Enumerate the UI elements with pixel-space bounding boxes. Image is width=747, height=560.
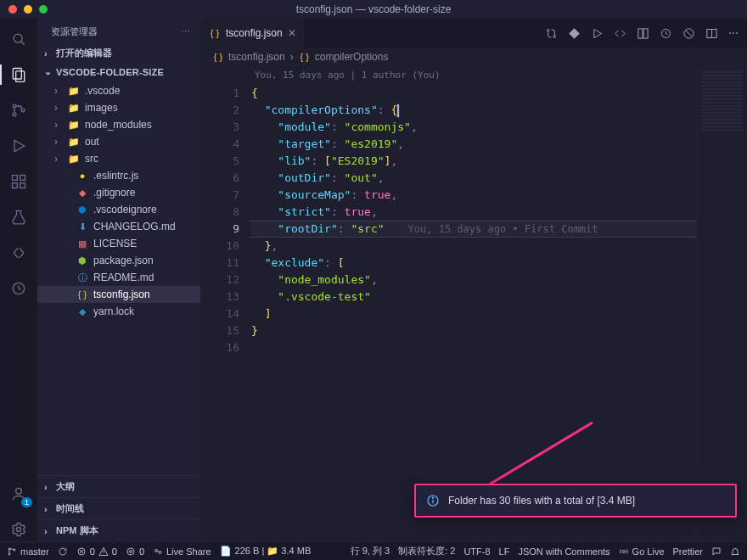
open-editors-section[interactable]: › 打开的编辑器	[37, 43, 200, 63]
tree-item-label: src	[85, 153, 98, 165]
tree-item-label: README.md	[93, 272, 154, 283]
json-icon: { }	[212, 51, 224, 63]
tab-tsconfig[interactable]: { } tsconfig.json ✕	[200, 19, 306, 48]
split-editor-icon[interactable]	[705, 27, 718, 40]
file-tree-item[interactable]: ›📁src	[37, 150, 200, 167]
account-icon[interactable]: 1	[7, 482, 31, 506]
open-editors-label: 打开的编辑器	[56, 47, 112, 59]
svg-point-17	[553, 36, 556, 38]
tree-item-label: .vscodeignore	[93, 204, 157, 216]
file-tree-item[interactable]: ⬢.vscodeignore	[37, 201, 200, 218]
file-icon: 📄	[220, 546, 232, 557]
sidebar-more-icon[interactable]: ⋯	[181, 26, 190, 37]
project-section[interactable]: ⌄ VSCODE-FOLDER-SIZE	[37, 63, 200, 81]
file-tree-item[interactable]: ›📁.vscode	[37, 82, 200, 99]
settings-gear-icon[interactable]	[7, 518, 31, 541]
svg-point-41	[622, 550, 625, 552]
info-icon	[426, 494, 440, 507]
tree-item-label: yarn.lock	[93, 305, 134, 317]
file-tree-item[interactable]: ◆.gitignore	[37, 184, 200, 201]
window-close-button[interactable]	[8, 5, 17, 14]
remote-icon[interactable]	[7, 241, 31, 265]
status-ports[interactable]: 0	[126, 546, 144, 557]
sidebar-collapsed-section[interactable]: ›NPM 脚本	[37, 519, 200, 541]
notification-toast[interactable]: Folder has 30 files with a total of [3.4…	[414, 484, 737, 518]
window-minimize-button[interactable]	[24, 5, 32, 14]
window-maximize-button[interactable]	[39, 5, 48, 14]
svg-point-15	[17, 528, 21, 532]
sidebar-title: 资源管理器	[51, 25, 98, 38]
tree-item-label: .vscode	[85, 85, 120, 97]
git-compare-icon[interactable]	[545, 27, 558, 40]
explorer-icon[interactable]	[7, 63, 31, 87]
file-tree-item[interactable]: { }tsconfig.json	[37, 286, 200, 303]
status-tab-size[interactable]: 制表符长度: 2	[398, 545, 455, 557]
search-icon[interactable]	[7, 27, 31, 51]
diff-icon[interactable]	[637, 27, 649, 40]
split-right-icon[interactable]	[614, 27, 626, 40]
chevron-right-icon: ›	[44, 482, 53, 492]
status-feedback-icon[interactable]	[711, 546, 722, 557]
svg-rect-3	[16, 71, 25, 82]
status-language[interactable]: JSON with Comments	[518, 546, 609, 557]
svg-rect-8	[13, 176, 18, 181]
chevron-right-icon: ›	[44, 48, 53, 59]
svg-rect-2	[13, 69, 21, 80]
file-tree-item[interactable]: ⬢package.json	[37, 252, 200, 269]
chevron-right-icon: ›	[54, 119, 63, 131]
status-encoding[interactable]: UTF-8	[463, 546, 490, 557]
source-control-icon[interactable]	[7, 98, 31, 122]
status-live-share[interactable]: Live Share	[153, 546, 211, 557]
file-tree-item[interactable]: ⓘREADME.md	[37, 269, 200, 286]
chevron-right-icon: ›	[290, 51, 294, 63]
editor-body[interactable]: 12345678910111213141516 You, 15 days ago…	[200, 66, 747, 541]
sidebar-collapsed-section[interactable]: ›时间线	[37, 497, 200, 519]
file-tree-item[interactable]: ▦LICENSE	[37, 235, 200, 252]
history-icon[interactable]	[660, 27, 672, 40]
status-prettier[interactable]: Prettier	[673, 546, 703, 557]
file-tree-item[interactable]: ◆yarn.lock	[37, 303, 200, 320]
status-bell-icon[interactable]	[730, 546, 740, 557]
file-tree-item[interactable]: ⬇CHANGELOG.md	[37, 218, 200, 235]
run-icon[interactable]	[591, 27, 604, 40]
codelens[interactable]: You, 15 days ago | 1 author (You)	[251, 66, 696, 85]
file-tree-item[interactable]: ›📁out	[37, 133, 200, 150]
svg-point-37	[129, 550, 132, 552]
no-preview-icon[interactable]	[682, 27, 695, 40]
minimap[interactable]	[696, 66, 747, 541]
svg-line-23	[686, 30, 693, 36]
tab-label: tsconfig.json	[226, 27, 283, 39]
git-toggle-icon[interactable]	[568, 27, 581, 40]
status-folder-size[interactable]: 📄 226 B | 📁 3.4 MB	[220, 546, 312, 557]
svg-point-0	[14, 34, 22, 42]
file-tree-item[interactable]: ●.eslintrc.js	[37, 167, 200, 184]
chevron-right-icon: ›	[54, 136, 63, 148]
status-problems[interactable]: 0 0	[76, 546, 117, 557]
file-tree-item[interactable]: ›📁node_modules	[37, 116, 200, 133]
gitlens-icon[interactable]	[7, 277, 31, 300]
svg-point-40	[159, 551, 161, 553]
tab-close-icon[interactable]: ✕	[288, 27, 296, 39]
breadcrumb-file: tsconfig.json	[228, 51, 285, 63]
chevron-right-icon: ›	[44, 504, 53, 514]
sidebar-collapsed-section[interactable]: ›大纲	[37, 475, 200, 497]
titlebar: tsconfig.json — vscode-folder-size	[0, 0, 747, 19]
status-sync[interactable]	[58, 546, 68, 557]
status-cursor[interactable]: 行 9, 列 3	[351, 545, 390, 557]
line-number-gutter: 12345678910111213141516	[200, 66, 250, 541]
window-title: tsconfig.json — vscode-folder-size	[0, 3, 747, 15]
svg-point-16	[548, 29, 550, 31]
status-eol[interactable]: LF	[499, 546, 510, 557]
status-branch[interactable]: master	[7, 546, 49, 557]
code-content[interactable]: You, 15 days ago | 1 author (You) { "com…	[250, 66, 696, 541]
tree-item-label: out	[85, 136, 99, 148]
test-icon[interactable]	[7, 205, 31, 229]
file-tree: ›📁.vscode›📁images›📁node_modules›📁out›📁sr…	[37, 81, 200, 325]
status-go-live[interactable]: Go Live	[619, 546, 665, 557]
more-actions-icon[interactable]: ⋯	[728, 27, 739, 39]
svg-rect-20	[643, 28, 648, 37]
extensions-icon[interactable]	[7, 170, 31, 193]
file-tree-item[interactable]: ›📁images	[37, 99, 200, 116]
breadcrumb[interactable]: { }tsconfig.json › { }compilerOptions	[200, 48, 747, 66]
run-debug-icon[interactable]	[7, 134, 31, 158]
